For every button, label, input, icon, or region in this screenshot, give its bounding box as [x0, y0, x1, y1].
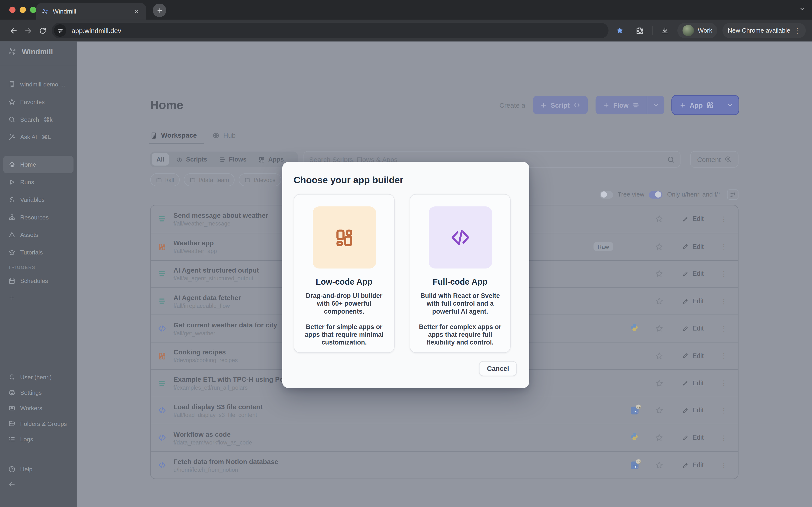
edit-button[interactable]: Edit — [682, 462, 704, 469]
filter-pill-flows[interactable]: Flows — [214, 153, 251, 165]
tree-view-toggle[interactable] — [600, 191, 613, 199]
create-script-button[interactable]: Script — [533, 96, 588, 114]
sidebar-item-windmill-demo[interactable]: windmill-demo-... — [0, 75, 77, 93]
sidebar-item-workers[interactable]: Workers — [0, 400, 77, 416]
edit-button[interactable]: Edit — [682, 215, 704, 223]
new-tab-button[interactable] — [153, 4, 166, 17]
sidebar-item-variables[interactable]: Variables — [0, 191, 77, 209]
tab-search-chevron-icon[interactable] — [799, 5, 806, 14]
create-app-button[interactable]: App — [672, 96, 739, 114]
app-kind-icon — [158, 242, 167, 250]
row-menu-icon[interactable]: ⋮ — [715, 434, 733, 442]
edit-button[interactable]: Edit — [682, 434, 704, 441]
plus-icon — [679, 102, 686, 108]
option-card-low-code-app[interactable]: Low-code AppDrag-and-drop UI builder wit… — [294, 194, 395, 353]
edit-button[interactable]: Edit — [682, 352, 704, 359]
owner-filter-toggle[interactable] — [649, 191, 663, 199]
flow-icon — [219, 156, 226, 163]
favorite-star-icon[interactable] — [648, 270, 671, 278]
favorite-star-icon[interactable] — [648, 352, 671, 360]
row-menu-icon[interactable]: ⋮ — [715, 406, 733, 414]
downloads-icon[interactable] — [658, 23, 672, 38]
folder-chip-f-devops[interactable]: f/devops — [239, 173, 281, 186]
tab-close-icon[interactable] — [132, 7, 141, 16]
row-menu-icon[interactable]: ⋮ — [715, 215, 733, 223]
sidebar-item-tutorials[interactable]: Tutorials — [0, 243, 77, 261]
content-search-button[interactable]: Content — [690, 151, 738, 168]
edit-button[interactable]: Edit — [682, 325, 704, 332]
app-kind-icon — [158, 352, 167, 360]
sidebar-item-ask-ai[interactable]: Ask AI⌘L — [0, 128, 77, 146]
sidebar-item-logs[interactable]: Logs — [0, 432, 77, 447]
create-flow-button[interactable]: Flow — [596, 96, 664, 114]
filter-pill-all[interactable]: All — [152, 153, 169, 165]
profile-button[interactable]: Work — [678, 23, 717, 38]
favorite-star-icon[interactable] — [648, 242, 671, 250]
row-menu-icon[interactable]: ⋮ — [715, 379, 733, 387]
flow-dropdown-chevron-icon[interactable] — [647, 96, 664, 114]
app-dropdown-chevron-icon[interactable] — [721, 96, 739, 114]
filter-pill-apps[interactable]: Apps — [254, 153, 289, 165]
sidebar-help-section: Help — [0, 463, 77, 476]
minimize-window-button[interactable] — [19, 7, 26, 13]
sidebar-item-assets[interactable]: Assets — [0, 226, 77, 243]
folder-chip-f-data-team[interactable]: f/data_team — [184, 173, 235, 186]
cancel-button[interactable]: Cancel — [479, 361, 517, 376]
edit-button[interactable]: Edit — [682, 380, 704, 387]
bookmark-star-icon[interactable] — [613, 23, 627, 38]
sidebar-item-runs[interactable]: Runs — [0, 173, 77, 191]
favorite-star-icon[interactable] — [648, 461, 671, 469]
filter-plus-icon[interactable] — [727, 189, 739, 200]
sidebar-item-resources[interactable]: Resources — [0, 209, 77, 226]
favorite-star-icon[interactable] — [648, 215, 671, 223]
back-icon[interactable] — [6, 23, 21, 38]
sidebar-brand[interactable]: Windmill — [7, 47, 53, 56]
table-row[interactable]: Fetch data from Notion databaseu/henri/f… — [151, 451, 738, 478]
row-menu-icon[interactable]: ⋮ — [715, 461, 733, 469]
table-row[interactable]: Load display S3 file contentf/all/load_d… — [151, 397, 738, 424]
url-bar[interactable]: app.windmill.dev — [52, 23, 609, 38]
browser-tab[interactable]: Windmill — [36, 3, 146, 20]
browser-menu-icon[interactable]: ⋮ — [794, 26, 801, 34]
favorite-star-icon[interactable] — [648, 297, 671, 305]
sidebar-item-search[interactable]: Search⌘k — [0, 111, 77, 128]
sidebar-nav-section: HomeRunsVariablesResourcesAssetsTutorial… — [0, 156, 77, 261]
forward-icon[interactable] — [21, 23, 35, 38]
table-row[interactable]: Workflow as codef/data_team/workflow_as_… — [151, 424, 738, 451]
favorite-star-icon[interactable] — [648, 379, 671, 387]
sidebar-item-settings[interactable]: Settings — [0, 385, 77, 400]
edit-button[interactable]: Edit — [682, 270, 704, 278]
favorite-star-icon[interactable] — [648, 406, 671, 414]
chrome-update-button[interactable]: New Chrome available ⋮ — [723, 23, 806, 38]
row-menu-icon[interactable]: ⋮ — [715, 243, 733, 250]
sidebar-item-folders-groups[interactable]: Folders & Groups — [0, 416, 77, 432]
sidebar-item-favorites[interactable]: Favorites — [0, 93, 77, 111]
edit-button[interactable]: Edit — [682, 298, 704, 305]
extensions-icon[interactable] — [632, 23, 647, 38]
avatar — [683, 25, 694, 36]
site-settings-icon[interactable] — [54, 24, 66, 37]
tab-hub[interactable]: Hub — [212, 131, 236, 139]
folder-chip-f-all[interactable]: f/all — [150, 173, 180, 186]
edit-button[interactable]: Edit — [682, 243, 704, 250]
filter-pill-scripts[interactable]: Scripts — [171, 153, 212, 165]
item-title: AI Agent structured output — [173, 267, 259, 274]
option-card-full-code-app[interactable]: Full-code AppBuild with React or Svelte … — [410, 194, 511, 353]
sidebar-item-home[interactable]: Home — [3, 156, 73, 173]
favorite-star-icon[interactable] — [648, 325, 671, 333]
favorite-star-icon[interactable] — [648, 434, 671, 442]
sidebar-item-schedules[interactable]: Schedules — [0, 273, 77, 288]
edit-button[interactable]: Edit — [682, 407, 704, 414]
row-menu-icon[interactable]: ⋮ — [715, 297, 733, 305]
row-menu-icon[interactable]: ⋮ — [715, 270, 733, 278]
tab-workspace[interactable]: Workspace — [150, 131, 197, 139]
maximize-window-button[interactable] — [30, 7, 36, 13]
reload-icon[interactable] — [35, 23, 50, 38]
row-menu-icon[interactable]: ⋮ — [715, 325, 733, 332]
close-window-button[interactable] — [9, 7, 16, 13]
sidebar-item-user-henri[interactable]: User (henri) — [0, 370, 77, 385]
sidebar-item-help[interactable]: Help — [0, 463, 77, 476]
add-trigger-button[interactable] — [0, 290, 77, 306]
row-menu-icon[interactable]: ⋮ — [715, 352, 733, 360]
collapse-sidebar-button[interactable] — [0, 477, 77, 491]
